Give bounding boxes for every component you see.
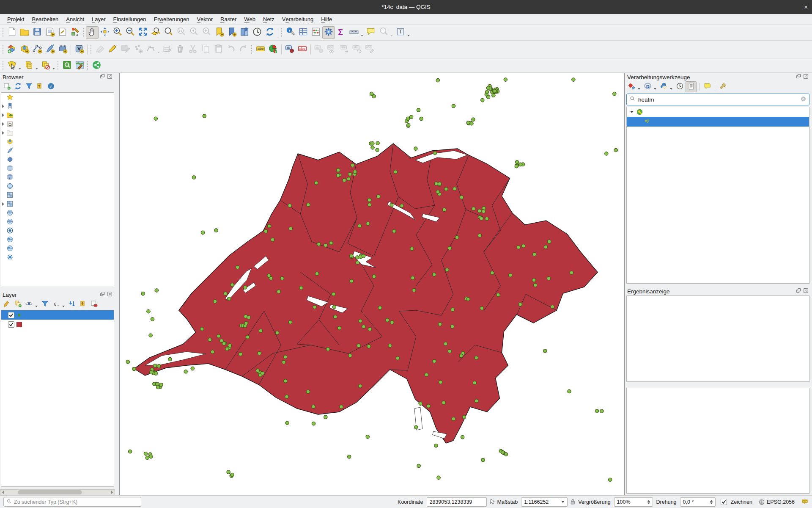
share-plugin-button[interactable] [90,59,103,72]
menu-raster[interactable]: Raster [217,14,240,25]
toolbar-drag-handle[interactable] [83,28,84,37]
zoom-to-selection-button[interactable] [162,26,175,39]
browser-close-button[interactable] [107,74,112,80]
new-shapefile-layer-button[interactable] [31,43,44,56]
refresh-browser-button[interactable] [13,82,23,92]
options-button[interactable] [718,82,728,92]
processing-close-button[interactable] [803,74,809,80]
toolbar-drag-handle[interactable] [58,61,58,70]
browser-item-favoriten[interactable] [1,93,114,102]
deselect-features-dropdown[interactable] [52,68,55,69]
models-menu-button[interactable] [626,82,636,92]
scrollbar-thumb[interactable] [18,490,82,494]
new-temporary-scratch-layer-button[interactable] [56,43,69,56]
locator-search-input[interactable]: Zu suchender Typ (Strg+K) [3,497,141,507]
map-canvas[interactable] [119,73,625,495]
layer-labeling-options-button[interactable]: abc [254,43,267,56]
browser-float-button[interactable] [100,74,105,80]
manage-visibility-dropdown[interactable] [35,306,38,307]
history-button[interactable] [675,82,685,92]
filter-by-expression-dropdown[interactable] [62,306,65,307]
expand-arrow-icon[interactable] [2,113,4,117]
toolbar-drag-handle[interactable] [3,28,3,37]
expand-all-layers-button[interactable] [67,299,77,309]
nominatim-search-dropdown[interactable] [390,35,393,36]
toolbar-drag-handle[interactable] [3,45,3,54]
layers-float-button[interactable] [100,291,105,298]
toolbar-drag-handle[interactable] [91,45,91,54]
browser-item-r-umliche-lesezeichen[interactable] [1,102,114,110]
highlight-pinned-labels-button[interactable]: abc [296,43,309,56]
expand-arrow-icon[interactable] [2,122,4,126]
results-float-button[interactable] [796,288,801,295]
window-close-button[interactable]: × [804,0,808,14]
layers-close-button[interactable] [107,291,112,298]
menu-hilfe[interactable]: Hilfe [317,14,336,25]
browser-item-geonode[interactable] [1,253,114,262]
browser-item-wfs-ogc-api-features[interactable] [1,217,114,226]
open-layer-styling-button[interactable] [2,299,12,309]
measure-line-dropdown[interactable] [361,35,363,36]
data-source-manager-button[interactable] [5,43,18,56]
browser-item-db2[interactable]: 2 [1,173,114,182]
r-scripts-menu-button[interactable]: R [642,82,653,92]
toggle-editing-button[interactable] [106,43,119,56]
zoom-out-button[interactable] [124,26,137,39]
coordinate-input[interactable]: 2839053,1238339 [427,497,487,507]
processing-search-box[interactable]: heatm [626,94,809,105]
add-group-button[interactable] [13,299,23,309]
pin-unpin-labels-button[interactable]: ab [283,43,296,56]
filter-by-expression-button[interactable]: ε [51,299,61,309]
layer-diagram-options-button[interactable] [267,43,280,56]
results-viewer-toggle-button[interactable] [686,81,697,92]
python-scripts-menu-dropdown[interactable] [670,88,672,90]
models-menu-dropdown[interactable] [638,88,640,90]
manage-visibility-button[interactable] [24,299,34,309]
render-checkbox[interactable] [721,499,727,505]
layer-visibility-checkbox[interactable] [8,312,14,318]
layer-item-1[interactable] [1,310,114,320]
save-project-button[interactable] [31,26,44,39]
browser-item-arcgis-feature-dienst[interactable] [1,244,114,253]
menu-projekt[interactable]: Projekt [3,14,28,25]
toolbar-drag-handle[interactable] [251,45,252,54]
refresh-map-button[interactable] [263,26,276,39]
browser-item-wms-wmts[interactable] [1,182,114,190]
vertex-tool-dropdown[interactable] [157,52,160,53]
results-close-button[interactable] [803,288,809,295]
new-project-button[interactable] [5,26,18,39]
style-manager-button[interactable]: a [69,26,82,39]
menu-netz[interactable]: Netz [259,14,278,25]
processing-float-button[interactable] [796,74,801,80]
browser-item-home[interactable] [1,119,114,128]
metasearch-catalog-button[interactable] [60,59,73,72]
enable-properties-widget-button[interactable]: i [46,82,56,92]
zoom-to-layer-button[interactable] [149,26,162,39]
menu-bearbeiten[interactable]: Bearbeiten [28,14,62,25]
temporal-controller-button[interactable] [251,26,263,39]
toolbar-drag-handle[interactable] [3,61,3,70]
menu-vektor[interactable]: Vektor [193,14,217,25]
browser-item-spatialite[interactable] [1,146,114,155]
edit-features-in-place-button[interactable] [702,82,712,92]
menu-layer[interactable]: Layer [88,14,110,25]
show-spatial-bookmarks-button[interactable] [225,26,238,39]
collapse-arrow-icon[interactable] [630,111,634,113]
select-features-by-value-dropdown[interactable] [36,68,38,69]
toolbar-drag-handle[interactable] [87,61,88,70]
menu-verarbeitung[interactable]: Verarbeitung [278,14,317,25]
messages-icon[interactable] [801,498,809,505]
browser-item-[interactable] [1,128,114,137]
new-spatialite-layer-button[interactable] [44,43,56,56]
coordinate-extent-toggle-icon[interactable] [488,498,496,505]
browser-item-xyz-tiles[interactable] [1,199,114,208]
menu-erweiterungen[interactable]: Erweiterungen [150,14,193,25]
browser-item-geopackage[interactable] [1,137,114,146]
menu-web[interactable]: Web [240,14,259,25]
processing-toolbox-button[interactable] [322,26,335,39]
select-features-dropdown[interactable] [19,68,21,69]
open-project-button[interactable] [18,26,31,39]
select-features-by-value-button[interactable] [22,59,35,72]
crs-globe-icon[interactable] [758,499,765,505]
layout-manager-button[interactable] [56,26,69,39]
